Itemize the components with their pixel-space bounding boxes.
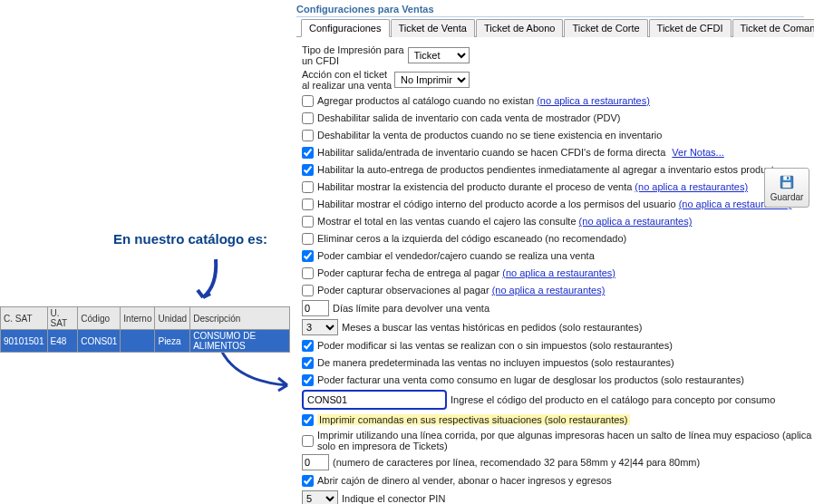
input-dias-devolver[interactable] (302, 300, 329, 316)
cell-usat: E48 (47, 330, 78, 353)
cb-eliminar-ceros[interactable] (302, 233, 314, 245)
tab-configuraciones[interactable]: Configuraciones (301, 19, 390, 37)
lbl-conector-pin: Indique el conector PIN (342, 493, 445, 504)
save-label: Guardar (770, 192, 804, 202)
select-accion-ticket[interactable]: No Imprimir (394, 72, 470, 88)
cell-unidad: Pieza (155, 330, 190, 353)
floppy-disk-icon (779, 174, 795, 190)
tab-ticket-comanda[interactable]: Ticket de Comanda (732, 19, 814, 37)
lbl-codigo-interno: Habilitar mostrar el código interno del … (317, 199, 791, 209)
select-tipo-impresion[interactable]: Ticket (408, 47, 470, 63)
cb-fecha-entrega[interactable] (302, 267, 314, 279)
cb-linea-corrida[interactable] (302, 435, 314, 447)
tab-ticket-cfdi[interactable]: Ticket de CFDI (649, 19, 732, 37)
select-conector-pin[interactable]: 5 (302, 490, 338, 504)
lbl-eliminar-ceros: Eliminar ceros a la izquierda del código… (317, 233, 626, 244)
lbl-imprimir-comandas: Imprimir comandas en sus respectivas sit… (317, 414, 630, 425)
label-tipo-impresion: Tipo de Impresión para un CFDI (302, 44, 408, 66)
catalog-title: En nuestro catálogo es: (113, 231, 267, 247)
lbl-dias-devolver: Días límite para devolver una venta (333, 303, 489, 314)
cb-modificar-impuestos[interactable] (302, 340, 314, 352)
lbl-auto-entrega: Habilitar la auto-entrega de productos p… (317, 164, 785, 175)
lbl-deshab-salida: Deshabilitar salida de inventario con ca… (317, 112, 620, 123)
cb-auto-entrega[interactable] (302, 164, 314, 176)
lbl-agregar-productos: Agregar productos al catálogo cuando no … (317, 95, 650, 106)
cell-codigo: CONS01 (78, 330, 121, 353)
lbl-habilitar-cfdi: Habilitar salida/entrada de inventario c… (317, 147, 724, 158)
tab-ticket-venta[interactable]: Ticket de Venta (391, 19, 475, 37)
lbl-facturar-consumo: Poder facturar una venta como consumo en… (317, 374, 744, 385)
cb-observaciones[interactable] (302, 285, 314, 296)
lbl-mostrar-total: Mostrar el total en las ventas cuando el… (317, 216, 692, 227)
cb-imprimir-comandas[interactable] (302, 414, 314, 426)
col-descripcion: Descripción (190, 307, 290, 330)
lbl-abrir-cajon: Abrir cajón de dinero al vender, abonar … (317, 475, 612, 486)
cb-facturar-consumo[interactable] (302, 374, 314, 386)
lbl-num-caracteres: (numero de caracteres por línea, recomen… (333, 457, 700, 468)
lbl-observaciones: Poder capturar observaciones al pagar (n… (317, 285, 605, 296)
table-header-row: C. SAT U. SAT Código Interno Unidad Desc… (1, 307, 290, 330)
table-row[interactable]: 90101501 E48 CONS01 Pieza CONSUMO DE ALI… (1, 330, 290, 353)
cb-existencia[interactable] (302, 181, 314, 193)
svg-rect-3 (783, 182, 791, 188)
select-meses[interactable]: 3 (302, 319, 338, 335)
lbl-predeterminada: De manera predeterminada las ventas no i… (317, 357, 674, 368)
cb-deshab-venta[interactable] (302, 130, 314, 141)
cb-cambiar-vendedor[interactable] (302, 250, 314, 262)
cell-descripcion: CONSUMO DE ALIMENTOS (190, 330, 290, 353)
cb-mostrar-total[interactable] (302, 216, 314, 228)
label-accion-ticket: Acción con el ticket al realizar una ven… (302, 69, 394, 91)
cb-habilitar-cfdi[interactable] (302, 147, 314, 159)
cb-predeterminada[interactable] (302, 357, 314, 369)
cb-agregar-productos[interactable] (302, 95, 314, 107)
save-button[interactable]: Guardar (764, 168, 809, 208)
input-num-caracteres[interactable] (302, 454, 329, 470)
cell-csat: 90101501 (1, 330, 48, 353)
col-csat: C. SAT (1, 307, 48, 330)
tab-bar: Configuraciones Ticket de Venta Ticket d… (296, 19, 814, 37)
col-usat: U. SAT (47, 307, 78, 330)
svg-rect-2 (787, 177, 789, 179)
lbl-meses: Meses a buscar las ventas históricas en … (342, 322, 642, 333)
lbl-existencia: Habilitar mostrar la existencia del prod… (317, 181, 748, 192)
catalog-table: C. SAT U. SAT Código Interno Unidad Desc… (0, 306, 290, 353)
cb-abrir-cajon[interactable] (302, 475, 314, 487)
arrow-down-icon (190, 254, 227, 308)
tab-ticket-abono[interactable]: Ticket de Abono (476, 19, 563, 37)
cb-codigo-interno[interactable] (302, 199, 314, 210)
cb-deshab-salida[interactable] (302, 112, 314, 124)
lbl-deshab-venta: Deshabilitar la venta de productos cuand… (317, 130, 662, 141)
col-interno: Interno (121, 307, 155, 330)
lbl-modificar-impuestos: Poder modificar si las ventas se realiza… (317, 340, 673, 351)
tab-ticket-corte[interactable]: Ticket de Corte (564, 19, 647, 37)
lbl-cambiar-vendedor: Poder cambiar el vendedor/cajero cuando … (317, 250, 595, 261)
col-codigo: Código (78, 307, 121, 330)
lbl-fecha-entrega: Poder capturar fecha de entrega al pagar… (317, 267, 615, 278)
lbl-linea-corrida: Imprimir utilizando una línea corrida, p… (317, 430, 814, 451)
input-codigo-consumo[interactable] (302, 390, 447, 410)
col-unidad: Unidad (155, 307, 190, 330)
group-title: Configuraciones para Ventas (296, 0, 804, 17)
cell-interno (121, 330, 155, 353)
lbl-codigo-consumo: Ingrese el código del producto en el cat… (451, 394, 775, 405)
link-ver-notas[interactable]: Ver Notas... (672, 147, 723, 158)
